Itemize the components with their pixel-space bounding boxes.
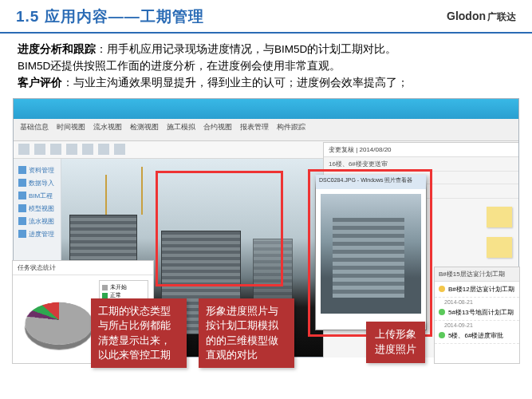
tool-icon[interactable]	[50, 144, 61, 155]
sidebar-label: 模型视图	[29, 204, 54, 213]
tool-icon[interactable]	[34, 144, 45, 155]
sidebar-icon	[18, 204, 26, 212]
task-date: 2014-09-21	[444, 322, 519, 328]
legend-label: 未开始	[110, 283, 127, 292]
desc-bold-1: 进度分析和跟踪	[18, 43, 96, 55]
tool-icon[interactable]	[66, 144, 77, 155]
status-dot-icon	[439, 332, 445, 338]
crane-icon	[141, 167, 143, 215]
ribbon-tab[interactable]: 施工模拟	[167, 122, 195, 137]
sidebar-label: 资料管理	[29, 166, 54, 175]
pie-title: 任务状态统计	[13, 261, 153, 275]
sidebar-icon	[18, 230, 26, 238]
app-titlebar	[14, 99, 518, 119]
brand-logo: Glodon广联达	[447, 10, 516, 24]
legend-row: 未开始	[102, 283, 145, 292]
task-item[interactable]: B#楼12层达宴计划工期	[435, 282, 519, 298]
brand-cn: 广联达	[487, 11, 516, 22]
desc-line-3: 客户评价：与业主沟通效果明显提升，得到业主的认可；进度例会效率提高了；	[18, 75, 514, 92]
sidebar-item[interactable]: 进度管理	[18, 230, 56, 239]
task-label: 5楼、6#楼进度审批	[448, 331, 503, 340]
sidebar-item[interactable]: 流水视图	[18, 217, 56, 226]
desc-text-1: ：用手机应用记录现场进度情况，与BIM5D的计划工期对比。	[96, 43, 396, 55]
task-list-panel: B#楼15层达宴汁划工期 B#楼12层达宴计划工期 2014-08-21 5#楼…	[434, 267, 520, 364]
task-item[interactable]: 5#楼13号地面计划工期	[435, 305, 519, 321]
status-dot-icon	[439, 286, 445, 292]
sidebar-label: 流水视图	[29, 217, 54, 226]
sidebar-item[interactable]: BIM工程	[18, 192, 56, 200]
ribbon-tab[interactable]: 报表管理	[240, 122, 269, 137]
sidebar-icon	[18, 179, 26, 187]
ribbon-tab[interactable]: 流水视图	[93, 122, 122, 137]
swatch-icon	[102, 293, 108, 298]
callout-box: 工期的状态类型与所占比例都能清楚显示出来，以此来管控工期	[91, 298, 187, 368]
desc-line-1: 进度分析和跟踪：用手机应用记录现场进度情况，与BIM5D的计划工期对比。	[18, 41, 514, 58]
callout-box: 形象进度照片与按计划工期模拟的的三维模型做直观的对比	[199, 298, 294, 368]
swatch-icon	[102, 285, 108, 290]
sidebar-item[interactable]: 资料管理	[18, 166, 56, 175]
desc-bold-3: 客户评价	[18, 77, 62, 89]
highlight-box	[308, 169, 432, 337]
brand-en: Glodon	[447, 10, 486, 22]
sidebar-label: 数据导入	[29, 179, 54, 188]
crane-icon	[105, 175, 107, 219]
tool-icon[interactable]	[82, 144, 93, 155]
ribbon-tabs: 基础信息 时间视图 流水视图 检测视图 施工模拟 合约视图 报表管理 构件跟踪	[14, 119, 518, 141]
sticky-note-icon[interactable]	[487, 237, 512, 258]
task-panel-header: B#楼15层达宴汁划工期	[435, 267, 519, 282]
sidebar-item[interactable]: 模型视图	[18, 204, 56, 213]
sidebar-item[interactable]: 数据导入	[18, 179, 56, 188]
tool-icon[interactable]	[114, 144, 125, 155]
sidebar-label: BIM工程	[29, 192, 53, 200]
slide-title: 1.5 应用内容——工期管理	[16, 6, 204, 27]
highlight-box	[156, 171, 283, 286]
tool-icon[interactable]	[18, 144, 30, 155]
status-dot-icon	[439, 309, 445, 315]
slide-header: 1.5 应用内容——工期管理 Glodon广联达	[0, 0, 532, 34]
task-label: B#楼12层达宴计划工期	[448, 285, 514, 294]
task-date: 2014-08-21	[444, 299, 519, 305]
sidebar-icon	[18, 217, 26, 225]
ribbon-tab[interactable]: 检测视图	[130, 122, 159, 137]
ribbon-tab[interactable]: 时间视图	[57, 122, 85, 137]
sidebar-icon	[18, 166, 26, 174]
ribbon-tab[interactable]: 基础信息	[20, 122, 49, 137]
sidebar-label: 进度管理	[29, 230, 54, 239]
info-panel-header: 变更复核 | 2014/08/20	[324, 143, 518, 157]
media-area: 基础信息 时间视图 流水视图 检测视图 施工模拟 合约视图 报表管理 构件跟踪 …	[13, 98, 519, 361]
task-label: 5#楼13号地面计划工期	[448, 308, 514, 317]
desc-line-2: BIM5D还提供按照工作面的进度分析，在进度例会使用非常直观。	[18, 58, 514, 75]
sidebar-icon	[18, 192, 26, 200]
task-item[interactable]: 5楼、6#楼进度审批	[435, 328, 519, 344]
pie-chart	[19, 302, 100, 345]
sticky-note-icon[interactable]	[487, 207, 512, 227]
desc-text-3: ：与业主沟通效果明显提升，得到业主的认可；进度例会效率提高了；	[62, 77, 408, 89]
tool-icon[interactable]	[98, 144, 109, 155]
description-block: 进度分析和跟踪：用手机应用记录现场进度情况，与BIM5D的计划工期对比。 BIM…	[0, 34, 532, 98]
ribbon-tab[interactable]: 构件跟踪	[277, 122, 305, 137]
callout-box: 上传形象进度照片	[366, 322, 425, 363]
ribbon-tab[interactable]: 合约视图	[203, 122, 232, 137]
